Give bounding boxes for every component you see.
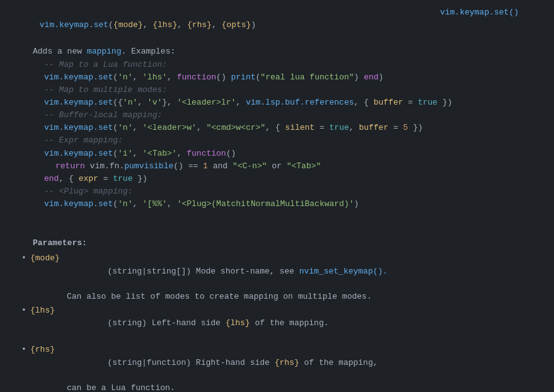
param-mode-row: • {mode} (string|string[]) Mode short-na…	[10, 252, 544, 290]
desc-line: Adds a new mapping. Examples:	[10, 45, 544, 58]
code-examples: -- Map to a Lua function: vim.keymap.set…	[10, 59, 544, 211]
spacer	[10, 222, 544, 231]
param-lhs-row: • {lhs} (string) Left-hand side {lhs} of…	[10, 304, 544, 342]
param-rhs-desc2: can be a Lua function.	[10, 382, 544, 392]
code-expr2: return vim.fn.pumvisible() == 1 and "<C-…	[10, 160, 544, 173]
comment-plug: -- <Plug> mapping:	[10, 185, 544, 198]
sig-right: vim.keymap.set()	[440, 6, 544, 44]
param-mode-desc2: Can also be list of modes to create mapp…	[10, 291, 544, 303]
sig-left: vim.keymap.set({mode}, {lhs}, {rhs}, {op…	[10, 6, 256, 44]
signature-header: vim.keymap.set({mode}, {lhs}, {rhs}, {op…	[10, 6, 544, 44]
code-doc-container: vim.keymap.set({mode}, {lhs}, {rhs}, {op…	[10, 6, 544, 392]
comment-multi: -- Map to multiple modes:	[10, 84, 544, 96]
code-lua-fn: vim.keymap.set('n', 'lhs', function() pr…	[10, 71, 544, 84]
code-expr1: vim.keymap.set('i', '<Tab>', function()	[10, 147, 544, 160]
params-header: Parameters:	[10, 237, 544, 250]
comment-buffer: -- Buffer-local mapping:	[10, 109, 544, 122]
code-multi-modes: vim.keymap.set({'n', 'v'}, '<leader>lr',…	[10, 96, 544, 109]
comment-lua: -- Map to a Lua function:	[10, 59, 544, 71]
code-buffer-local: vim.keymap.set('n', '<leader>w', "<cmd>w…	[10, 122, 544, 134]
code-expr3: end, { expr = true })	[10, 173, 544, 185]
code-plug: vim.keymap.set('n', '[%%', '<Plug>(Match…	[10, 198, 544, 210]
comment-expr: -- Expr mapping:	[10, 134, 544, 147]
params-section: Parameters: • {mode} (string|string[]) M…	[10, 237, 544, 392]
param-rhs-row: • {rhs} (string|function) Right-hand sid…	[10, 343, 544, 381]
